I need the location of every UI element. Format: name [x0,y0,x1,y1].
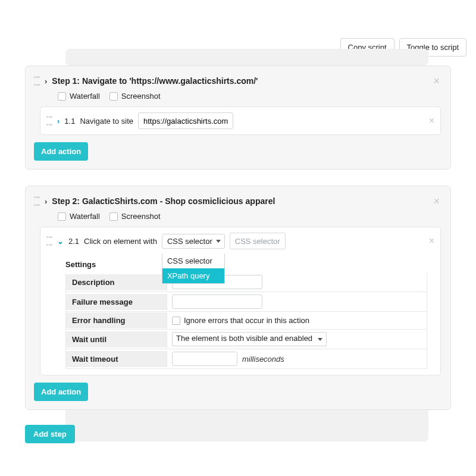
selector-type-dropdown: CSS selector XPath query [162,253,225,284]
chevron-right-icon[interactable]: › [45,77,47,86]
step-panel-1: › Step 1: Navigate to 'https://www.galac… [25,65,451,170]
close-step-icon[interactable]: × [433,75,440,87]
step-title: Step 2: GalacticShirts.com - Shop cosmic… [52,196,275,206]
close-action-icon[interactable]: × [429,115,434,126]
action-label: Click on element with [84,237,157,246]
drag-handle-icon[interactable] [46,116,52,126]
screenshot-checkbox[interactable]: Screenshot [109,92,161,101]
checkbox-icon [109,92,118,101]
selector-type-option-xpath[interactable]: XPath query [162,268,224,283]
action-index: 2.1 [68,237,79,246]
wait-timeout-unit: milliseconds [242,355,284,364]
step-panel-2: › Step 2: GalacticShirts.com - Shop cosm… [25,186,451,410]
close-action-icon[interactable]: × [429,236,434,246]
waterfall-checkbox[interactable]: Waterfall [58,212,100,221]
settings-block: Settings Description Failure message Err… [40,254,440,369]
action-row-expanded: ⌄ 2.1 Click on element with CSS selector… [40,227,441,375]
selector-type-select[interactable]: CSS selector [162,234,225,249]
action-row: › 1.1 Navigate to site × [40,107,441,135]
screenshot-label: Screenshot [121,92,161,101]
failure-message-input[interactable] [172,295,262,309]
ghost-background [65,49,428,65]
selector-type-option-css[interactable]: CSS selector [162,253,224,268]
screenshot-checkbox[interactable]: Screenshot [109,212,161,221]
setting-label-wait-timeout: Wait timeout [66,351,167,367]
settings-title: Settings [65,260,427,269]
waterfall-label: Waterfall [70,212,100,221]
wait-until-select[interactable]: The element is both visible and enabled [172,332,327,346]
add-action-button[interactable]: Add action [34,142,88,161]
checkbox-icon [109,212,118,221]
chevron-right-icon[interactable]: › [45,197,47,206]
step-title: Step 1: Navigate to 'https://www.galacti… [52,76,258,86]
close-step-icon[interactable]: × [433,195,440,208]
setting-label-wait-until: Wait until [66,331,167,347]
setting-label-failure-message: Failure message [66,294,167,310]
chevron-right-icon[interactable]: › [57,117,60,126]
ignore-errors-label: Ignore errors that occur in this action [184,316,309,325]
wait-timeout-input[interactable] [172,352,237,366]
setting-label-error-handling: Error handling [66,312,167,328]
setting-label-description: Description [66,274,167,290]
checkbox-icon [172,317,180,325]
selector-value-input[interactable]: CSS selector [230,233,286,249]
checkbox-icon [58,92,66,101]
action-index: 1.1 [64,117,75,126]
add-step-button[interactable]: Add step [25,425,75,443]
screenshot-label: Screenshot [121,212,161,221]
drag-handle-icon[interactable] [34,196,40,206]
ignore-errors-checkbox[interactable]: Ignore errors that occur in this action [172,316,309,325]
url-input[interactable] [138,112,233,129]
drag-handle-icon[interactable] [34,76,40,86]
waterfall-checkbox[interactable]: Waterfall [58,92,100,101]
checkbox-icon [58,212,66,221]
waterfall-label: Waterfall [70,92,100,101]
action-label: Navigate to site [80,117,133,126]
ghost-background [65,405,428,441]
add-action-button[interactable]: Add action [34,383,88,401]
chevron-down-icon[interactable]: ⌄ [57,237,64,246]
drag-handle-icon[interactable] [46,236,52,246]
